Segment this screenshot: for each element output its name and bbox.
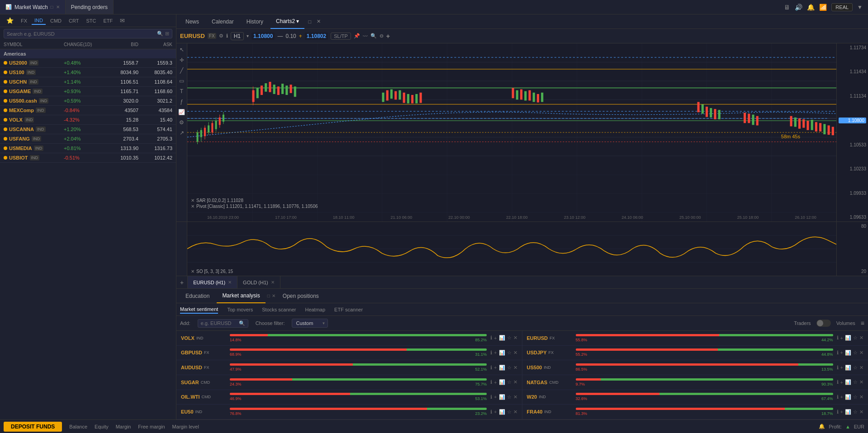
wifi-icon[interactable]: 📶 bbox=[819, 4, 827, 11]
chart-btn[interactable]: 📊 bbox=[845, 365, 851, 371]
add-symbol-input[interactable] bbox=[201, 320, 237, 326]
tab-open-positions[interactable]: Open positions bbox=[277, 289, 324, 303]
chart-settings-icon[interactable]: ⚙ bbox=[219, 33, 223, 39]
margin-level-label[interactable]: Margin level bbox=[172, 424, 199, 429]
chart-btn[interactable]: 📊 bbox=[499, 394, 505, 400]
remove-btn[interactable]: ✕ bbox=[513, 335, 517, 341]
chart-btn[interactable]: 📊 bbox=[845, 409, 851, 415]
star-btn[interactable]: ☆ bbox=[853, 350, 858, 356]
add-btn[interactable]: + bbox=[840, 394, 843, 400]
draw-share-icon[interactable]: ↗ bbox=[179, 128, 185, 137]
mw-row[interactable]: US100 IND +1.40% 8034.90 8035.40 bbox=[0, 68, 176, 77]
star-btn[interactable]: ☆ bbox=[507, 409, 512, 415]
draw-line-icon[interactable]: ╱ bbox=[179, 66, 184, 75]
star-btn[interactable]: ☆ bbox=[853, 379, 858, 385]
mw-row[interactable]: MEXComp IND -0.84% 43507 43584 bbox=[0, 106, 176, 115]
info-btn[interactable]: ℹ bbox=[490, 350, 492, 356]
remove-btn[interactable]: ✕ bbox=[513, 409, 517, 415]
star-btn[interactable]: ☆ bbox=[507, 350, 512, 356]
chart-btn[interactable]: 📊 bbox=[845, 379, 851, 385]
remove-btn[interactable]: ✕ bbox=[859, 379, 863, 385]
eurusd-panel-close[interactable]: ✕ bbox=[228, 280, 232, 285]
add-btn[interactable]: + bbox=[840, 380, 843, 385]
chart-btn[interactable]: 📊 bbox=[845, 335, 851, 341]
star-btn[interactable]: ☆ bbox=[853, 365, 858, 371]
chart-btn[interactable]: 📊 bbox=[845, 350, 851, 356]
tab-news[interactable]: News bbox=[180, 14, 204, 29]
chart-tab-close[interactable]: ✕ bbox=[315, 19, 323, 24]
ma-subtab-stocks[interactable]: Stocks scanner bbox=[262, 306, 296, 313]
add-btn[interactable]: + bbox=[494, 380, 497, 385]
star-btn[interactable]: ☆ bbox=[507, 379, 512, 385]
equity-label[interactable]: Equity bbox=[95, 424, 109, 429]
add-btn[interactable]: + bbox=[494, 409, 497, 414]
add-btn[interactable]: + bbox=[840, 409, 843, 414]
add-chart-btn[interactable]: + bbox=[176, 276, 188, 288]
mw-mail-btn[interactable]: ✉ bbox=[117, 16, 128, 25]
add-btn[interactable]: + bbox=[494, 335, 497, 341]
info-btn[interactable]: ℹ bbox=[837, 379, 839, 385]
chart-tab-icon1[interactable]: □ bbox=[306, 19, 313, 24]
mw-etf-btn[interactable]: ETF bbox=[101, 17, 116, 24]
info-btn[interactable]: ℹ bbox=[490, 335, 492, 341]
remove-btn[interactable]: ✕ bbox=[859, 394, 863, 400]
info-btn[interactable]: ℹ bbox=[490, 409, 492, 415]
draw-text-icon[interactable]: T bbox=[179, 87, 184, 96]
chart-tool2[interactable]: 〰 bbox=[363, 33, 368, 39]
chart-tool1[interactable]: 📌 bbox=[354, 33, 360, 39]
chart-zoom-out[interactable]: ⊖ bbox=[379, 33, 384, 39]
remove-btn[interactable]: ✕ bbox=[859, 365, 863, 371]
mw-crt-btn[interactable]: CRT bbox=[66, 17, 81, 24]
pending-orders-tab[interactable]: Pending orders bbox=[66, 0, 114, 14]
gold-panel-tab[interactable]: GOLD (H1) ✕ bbox=[237, 276, 280, 288]
draw-crosshair-icon[interactable]: ✛ bbox=[179, 56, 185, 65]
chart-symbol-name[interactable]: EURUSD bbox=[180, 33, 205, 39]
draw-fib-icon[interactable]: ƒ bbox=[179, 97, 184, 106]
info-btn[interactable]: ℹ bbox=[490, 365, 492, 371]
star-btn[interactable]: ☆ bbox=[507, 365, 512, 371]
market-watch-close[interactable]: ✕ bbox=[56, 5, 60, 9]
info-btn[interactable]: ℹ bbox=[837, 335, 839, 341]
draw-cursor-icon[interactable]: ↖ bbox=[179, 45, 185, 54]
mw-cmd-btn[interactable]: CMD bbox=[47, 17, 64, 24]
mw-row[interactable]: USCHN IND +1.14% 1106.51 1108.64 bbox=[0, 77, 176, 87]
mw-ind-btn[interactable]: IND bbox=[32, 17, 46, 25]
star-btn[interactable]: ☆ bbox=[507, 335, 512, 341]
deposit-button[interactable]: DEPOSIT FUNDS bbox=[4, 422, 62, 432]
star-btn[interactable]: ☆ bbox=[507, 394, 512, 400]
chart-zoom-in[interactable]: 🔍 bbox=[370, 33, 377, 39]
mw-search-input[interactable] bbox=[7, 31, 155, 37]
mw-row[interactable]: USBIOT IND -0.51% 1010.35 1012.42 bbox=[0, 153, 176, 163]
info-btn[interactable]: ℹ bbox=[837, 394, 839, 400]
ma-subtab-sentiment[interactable]: Market sentiment bbox=[180, 306, 218, 314]
margin-label[interactable]: Margin bbox=[116, 424, 131, 429]
mw-row[interactable]: USCANNA IND +1.20% 568.53 574.41 bbox=[0, 125, 176, 134]
chart-tf-dropdown[interactable]: ▾ bbox=[247, 33, 249, 38]
remove-btn[interactable]: ✕ bbox=[859, 350, 863, 356]
chart-btn[interactable]: 📊 bbox=[499, 350, 505, 356]
remove-btn[interactable]: ✕ bbox=[513, 394, 517, 400]
filter-select[interactable]: Custom Default Favorites bbox=[292, 319, 328, 328]
star-btn[interactable]: ☆ bbox=[853, 409, 858, 415]
mw-row[interactable]: VOLX IND -4.32% 15.28 15.40 bbox=[0, 115, 176, 125]
chart-btn[interactable]: 📊 bbox=[499, 379, 505, 385]
gold-panel-close[interactable]: ✕ bbox=[271, 280, 275, 285]
chart-timeframe[interactable]: H1 bbox=[231, 32, 244, 40]
draw-settings-icon[interactable]: ⚙ bbox=[178, 118, 185, 127]
mw-row[interactable]: US2000 IND +0.48% 1558.7 1559.3 bbox=[0, 58, 176, 68]
add-btn[interactable]: + bbox=[494, 365, 497, 370]
balance-label[interactable]: Balance bbox=[69, 424, 87, 429]
free-margin-label[interactable]: Free margin bbox=[138, 424, 165, 429]
chart-btn[interactable]: 📊 bbox=[499, 409, 505, 415]
mw-stc-btn[interactable]: STC bbox=[84, 17, 99, 24]
info-btn[interactable]: ℹ bbox=[837, 365, 839, 371]
tab-education[interactable]: Education bbox=[180, 289, 215, 303]
ma-subtab-etf[interactable]: ETF scanner bbox=[334, 306, 363, 313]
remove-btn[interactable]: ✕ bbox=[859, 335, 863, 341]
info-btn[interactable]: ℹ bbox=[490, 379, 492, 385]
mw-grid-icon[interactable]: ⊞ bbox=[165, 31, 169, 37]
mw-row[interactable]: USFANG IND +2.04% 2703.4 2705.3 bbox=[0, 134, 176, 144]
remove-btn[interactable]: ✕ bbox=[859, 409, 863, 415]
list-view-icon[interactable]: ≡ bbox=[861, 320, 864, 327]
eurusd-panel-tab[interactable]: EURUSD (H1) ✕ bbox=[188, 276, 237, 288]
